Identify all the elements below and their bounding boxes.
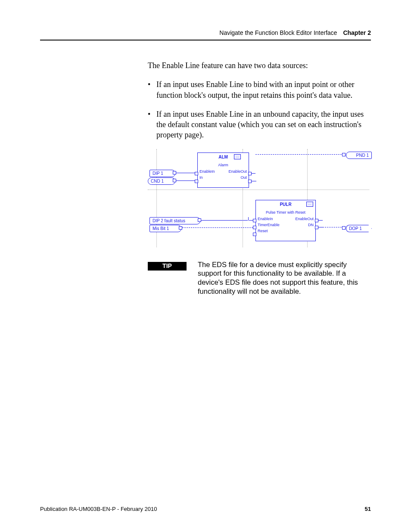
- block-pulr-subtitle: Pulse Timer with Reset: [256, 210, 315, 215]
- block-alm-port-left-0: EnableIn: [199, 168, 215, 174]
- block-pulr-port-right-1: DN: [308, 222, 314, 228]
- block-pulr-port-right-0: EnableOut: [295, 216, 314, 222]
- block-alm: ALM Alarm EnableIn EnableOut In Out: [197, 152, 249, 188]
- running-head-chapter: Chapter 2: [343, 29, 371, 36]
- block-pulr-port-left-2: Reset: [258, 228, 268, 234]
- tag-dop1: DOP 1: [346, 225, 369, 233]
- bullet-item: If an input uses Enable Line to bind wit…: [148, 79, 371, 100]
- tag-pnd1: PND 1: [346, 152, 372, 159]
- block-pulr-port-left-0: EnableIn: [258, 216, 273, 222]
- tag-cnd1: CND 1: [148, 177, 175, 185]
- running-head: Navigate the Function Block Editor Inter…: [40, 29, 371, 40]
- tag-dip1: DIP 1: [149, 170, 175, 177]
- footer-page-number: 51: [365, 506, 371, 512]
- block-pulr-detail-icon: …: [306, 202, 313, 207]
- tag-misbit1: Mis Bit 1: [149, 225, 181, 233]
- tip-text: The EDS file for a device must explicitl…: [198, 260, 371, 296]
- running-head-title: Navigate the Function Block Editor Inter…: [219, 29, 337, 36]
- tip-block: TIP The EDS file for a device must expli…: [148, 260, 371, 296]
- block-pulr-port-left-1: TimerEnable: [258, 222, 280, 228]
- bullet-item: If an input uses Enable Line in an unbou…: [148, 109, 371, 140]
- block-alm-detail-icon: …: [234, 154, 241, 159]
- intro-paragraph: The Enable Line feature can have two dat…: [148, 60, 371, 71]
- tag-dip2: DIP 2 fault status: [149, 217, 200, 225]
- block-alm-subtitle: Alarm: [198, 162, 249, 168]
- function-block-diagram: ALM Alarm EnableIn EnableOut In Out …: [148, 149, 369, 247]
- bullet-list: If an input uses Enable Line to bind wit…: [148, 79, 371, 140]
- tip-label: TIP: [148, 262, 187, 271]
- footer-publication: Publication RA-UM003B-EN-P - February 20…: [40, 506, 157, 512]
- block-alm-port-right-0: EnableOut: [228, 168, 247, 174]
- page-footer: Publication RA-UM003B-EN-P - February 20…: [40, 506, 371, 512]
- block-alm-name: ALM: [218, 154, 228, 160]
- block-pulr-name: PULR: [280, 202, 291, 208]
- block-alm-port-right-1: Out: [240, 174, 247, 180]
- block-alm-port-left-1: In: [199, 174, 203, 180]
